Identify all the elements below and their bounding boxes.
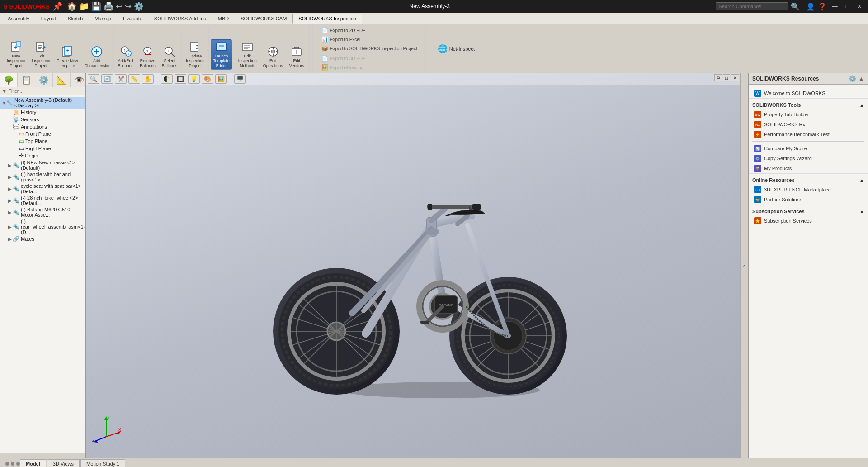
rp-item-sw-rx[interactable]: Rx SOLIDWORKS Rx [749,119,868,129]
ft-item-chassis[interactable]: ▶ 🔩 (f) NEw New chassis<1> (Default) [0,159,85,171]
tab-solidworks-inspection[interactable]: SOLIDWORKS Inspection [292,14,362,24]
ft-tab-tree[interactable]: 🌳 [0,73,18,87]
tab-assembly[interactable]: Assembly [2,14,35,24]
ft-tab-dxfxref[interactable]: 📐 [53,73,71,87]
rp-item-subscription-services[interactable]: ⭐ Subscription Services [749,216,868,226]
ft-item-root[interactable]: ▼ 🔧 New Assembly-3 (Default) <Display St [0,97,85,109]
help-icon[interactable]: ❓ [818,2,827,11]
tab-mbd[interactable]: MBD [212,14,235,24]
view-measure-btn[interactable]: 📏 [128,74,140,84]
tab-sketch[interactable]: Sketch [62,14,89,24]
expand-wheel[interactable]: ▶ [8,198,13,203]
launch-template-editor-button[interactable]: LaunchTemplateEditor [211,39,232,70]
expand-seat[interactable]: ▶ [8,186,13,191]
view-display-btn[interactable]: 💡 [188,74,200,84]
update-inspection-project-button[interactable]: UpdateInspectionProject [184,39,207,70]
account-icon[interactable]: 👤 [806,2,815,11]
view-section-btn[interactable]: ✂️ [115,74,127,84]
ft-item-sensors[interactable]: 📡 Sensors [0,116,85,123]
subscription-header[interactable]: Subscription Services ▲ [749,207,868,216]
create-new-template-button[interactable]: + Create Newtemplate [54,44,80,70]
ft-item-wheel[interactable]: ▶ 🔩 (-) 28inch_bike_wheel<2> (Defaul... [0,195,85,206]
rp-settings-btn[interactable]: ⚙️ [849,75,856,82]
add-edit-balloons-button[interactable]: 1+ Add/EditBalloons [116,44,136,70]
ft-item-rear-wheel[interactable]: ▶ 🔩 (-) rear_wheel_assemb_asm<1> (D... [0,218,85,235]
bafang-label: (-) Bafang M620 G510 Motor Asse... [21,207,83,218]
tree-scrollbar[interactable] [0,453,85,458]
view-zoom-btn[interactable]: 🔍 [88,74,99,84]
select-balloons-button[interactable]: 1 SelectBalloons [160,44,180,70]
close-button[interactable]: ✕ [854,2,864,10]
remove-balloons-button[interactable]: 1 RemoveBalloons [137,44,158,70]
view-pan-btn[interactable]: ✋ [142,74,154,84]
export-2d-pdf-button[interactable]: 📄 Export to 2D PDF [320,26,419,34]
tab-3d-views[interactable]: 3D Views [47,459,80,467]
tab-motion-study[interactable]: Motion Study 1 [80,459,125,467]
rp-item-compare-score[interactable]: 📊 Compare My Score [749,143,868,153]
rp-item-my-products[interactable]: 📦 My Products [749,163,868,173]
expand-bafang[interactable]: ▶ [8,210,13,215]
net-inspect-button[interactable]: 🌐 Net-Inspect [434,42,478,56]
ft-item-bafang[interactable]: ▶ 🔩 (-) Bafang M620 G510 Motor Asse... [0,206,85,218]
collapse-right-button[interactable]: ‹ [740,73,748,458]
view-restore-btn[interactable]: ⧉ [714,74,722,81]
add-characteristic-button[interactable]: AddCharacteristic [82,44,112,70]
edit-inspection-project-button[interactable]: EditInspectionProject [29,39,52,70]
ft-tab-display[interactable]: 👁️ [71,73,86,87]
edit-operations-button[interactable]: EditOperations [261,44,285,70]
view-close-btn[interactable]: ✕ [731,74,739,81]
tab-markup[interactable]: Markup [89,14,117,24]
tab-evaluate[interactable]: Evaluate [117,14,148,24]
edit-vendors-button[interactable]: EditVendors [287,44,307,70]
view-color-btn[interactable]: 🎨 [202,74,213,84]
edit-inspection-methods-button[interactable]: EditInspectionMethods [236,39,259,70]
ft-item-front-plane[interactable]: ▭ Front Plane [0,130,85,138]
toolbar-icons[interactable]: 🏠 📁 💾 🖨️ ↩ ↪ ⚙️ [67,1,144,11]
ft-tab-config[interactable]: ⚙️ [35,73,53,87]
new-inspection-project-button[interactable]: + NewInspectionProject [5,39,28,70]
expand-mates[interactable]: ▶ [8,237,13,242]
tab-model[interactable]: Model [20,459,46,467]
view-shading-btn[interactable]: 🌓 [161,74,173,84]
search-input[interactable] [716,2,788,10]
export-edrawing-button[interactable]: 🖼️ Export eDrawing [320,63,419,71]
search-button[interactable]: 🔍 [791,2,800,11]
tab-solidworks-cam[interactable]: SOLIDWORKS CAM [235,14,292,24]
ft-item-handle[interactable]: ▶ 🔩 (-) handle with bar and grips<1>... [0,171,85,183]
ft-item-origin[interactable]: ✛ Origin [0,152,85,159]
tab-solidworks-addins[interactable]: SOLIDWORKS Add-Ins [148,14,212,24]
ft-tab-properties[interactable]: 📋 [18,73,35,87]
expand-handle[interactable]: ▶ [8,175,13,180]
minimize-button[interactable]: — [830,2,840,10]
maximize-button[interactable]: □ [843,2,852,10]
expand-chassis[interactable]: ▶ [8,163,13,168]
rp-item-welcome[interactable]: W Welcome to SOLIDWORKS [749,88,868,98]
ft-item-top-plane[interactable]: ▭ Top Plane [0,138,85,145]
rp-item-copy-settings[interactable]: ⚙️ Copy Settings Wizard [749,153,868,163]
view-edges-btn[interactable]: 🔲 [175,74,186,84]
tab-layout[interactable]: Layout [35,14,62,24]
sw-pin-btn[interactable]: 📌 [52,1,62,11]
view-rotate-btn[interactable]: 🔄 [101,74,113,84]
ft-item-right-plane[interactable]: ▭ Right Plane [0,145,85,152]
ft-item-mates[interactable]: ▶ 🔗 Mates [0,235,85,243]
sw-tools-header[interactable]: SOLIDWORKS Tools ▲ [749,100,868,110]
ft-item-seat[interactable]: ▶ 🔩 cycle seat with seat bar<1> (Defa... [0,183,85,195]
view-maximize-btn[interactable]: □ [723,74,730,81]
rp-item-benchmark[interactable]: ⚡ Performance Benchmark Test [749,129,868,139]
rp-item-3dexperience[interactable]: 3D 3DEXPERIENCE Marketplace [749,185,868,195]
view-more-btn[interactable]: 🖥️ [234,74,246,84]
ft-item-history[interactable]: 📜 History [0,109,85,116]
expand-rear-wheel[interactable]: ▶ [8,224,13,229]
online-resources-header[interactable]: Online Resources ▲ [749,176,868,185]
rp-collapse-btn[interactable]: ▲ [858,75,864,82]
export-excel-button[interactable]: 📊 Export to Excel [320,35,419,43]
rp-item-property-tab[interactable]: SW Property Tab Builder [749,110,868,119]
ft-item-annotations[interactable]: 💬 Annotations [0,123,85,130]
view-scene-btn[interactable]: 🖼️ [215,74,227,84]
export-3d-pdf-button[interactable]: 📄 Export to 3D PDF [320,54,419,62]
rp-item-partner-solutions[interactable]: 🤝 Partner Solutions [749,195,868,205]
export-sw-inspection-button[interactable]: 📦 Export to SOLIDWORKS Inspection Projec… [320,44,419,52]
view-area[interactable]: ⧉ □ ✕ 🔍 🔄 ✂️ 📏 ✋ 🌓 🔲 💡 🎨 🖼️ 🖥️ [86,73,740,458]
expand-root[interactable]: ▼ [2,100,6,105]
